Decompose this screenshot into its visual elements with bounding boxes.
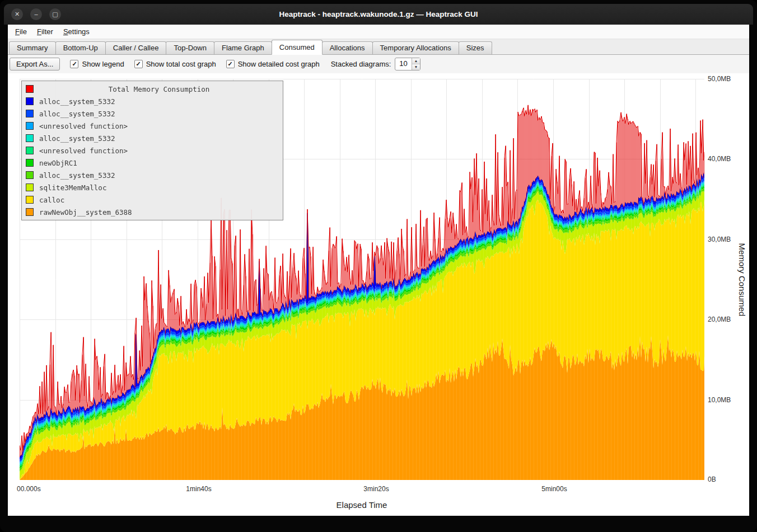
tab-flame-graph[interactable]: Flame Graph — [214, 41, 272, 54]
x-tick: 5min00s — [541, 485, 567, 493]
legend-title-row: Total Memory Consumption — [22, 83, 283, 95]
tab-bar: Summary Bottom-Up Caller / Callee Top-Do… — [8, 39, 749, 55]
window-controls: ✕ – ▢ — [11, 8, 61, 20]
legend-label: alloc__system_5332 — [39, 171, 115, 180]
legend-label: rawNewObj__system_6388 — [39, 208, 132, 216]
toolbar: Export As... ✓ Show legend ✓ Show total … — [8, 55, 749, 73]
y-axis-label: Memory Consumed — [737, 243, 747, 317]
spinner-down-icon[interactable]: ▼ — [412, 64, 420, 70]
spinner-arrows: ▲ ▼ — [412, 58, 420, 70]
legend-item: alloc__system_5332 — [22, 95, 283, 107]
stacked-diagrams-value[interactable]: 10 — [395, 58, 411, 70]
tab-consumed[interactable]: Consumed — [272, 40, 323, 55]
legend-swatch — [26, 122, 34, 130]
show-legend-label: Show legend — [82, 60, 124, 68]
show-total-cost-checkbox[interactable]: ✓ Show total cost graph — [134, 60, 216, 68]
legend-swatch — [26, 110, 34, 117]
window-title: Heaptrack - heaptrack.wakunode.1.gz — He… — [4, 10, 753, 18]
x-axis-label: Elapsed Time — [337, 500, 387, 510]
x-tick: 3min20s — [363, 485, 389, 493]
legend-label: alloc__system_5332 — [39, 110, 115, 118]
checkbox-check-icon[interactable]: ✓ — [134, 60, 143, 68]
legend-swatch — [26, 134, 34, 142]
legend-swatch — [26, 183, 34, 191]
chart-legend: Total Memory Consumption alloc__system_5… — [21, 81, 283, 220]
minimize-icon[interactable]: – — [30, 8, 42, 20]
legend-item: alloc__system_5332 — [22, 169, 283, 181]
legend-item: calloc — [22, 194, 283, 206]
export-as-button[interactable]: Export As... — [10, 58, 60, 70]
show-total-cost-label: Show total cost graph — [146, 60, 216, 68]
tab-allocations[interactable]: Allocations — [322, 41, 373, 54]
menu-bar: File Filter Settings — [8, 25, 749, 39]
stacked-diagrams-group: Stacked diagrams: 10 ▲ ▼ — [331, 58, 421, 70]
legend-swatch — [26, 208, 34, 216]
show-detailed-cost-label: Show detailed cost graph — [238, 60, 320, 68]
y-tick: 0B — [708, 475, 716, 483]
close-icon[interactable]: ✕ — [11, 8, 23, 20]
legend-item: newObjRC1 — [22, 157, 283, 169]
legend-item: alloc__system_5332 — [22, 132, 283, 144]
x-tick: 00.000s — [17, 485, 41, 493]
legend-label: calloc — [39, 196, 64, 204]
consumed-chart-panel: Total Memory Consumption alloc__system_5… — [8, 73, 749, 516]
spinner-up-icon[interactable]: ▲ — [412, 58, 420, 64]
legend-swatch — [26, 196, 34, 204]
maximize-icon[interactable]: ▢ — [49, 8, 61, 20]
show-detailed-cost-checkbox[interactable]: ✓ Show detailed cost graph — [226, 60, 320, 68]
tab-sizes[interactable]: Sizes — [459, 41, 492, 54]
legend-label: alloc__system_5332 — [39, 97, 115, 106]
legend-item: sqlite3MemMalloc — [22, 181, 283, 194]
legend-item: rawNewObj__system_6388 — [22, 206, 283, 218]
show-legend-checkbox[interactable]: ✓ Show legend — [70, 60, 124, 68]
legend-swatch — [26, 159, 34, 167]
tab-top-down[interactable]: Top-Down — [166, 41, 214, 54]
legend-label: sqlite3MemMalloc — [39, 183, 106, 192]
legend-item: <unresolved function> — [22, 144, 283, 157]
legend-swatch-total — [26, 85, 34, 93]
menu-filter[interactable]: Filter — [32, 26, 58, 37]
tab-caller-callee[interactable]: Caller / Callee — [105, 41, 167, 54]
heaptrack-window: ✕ – ▢ Heaptrack - heaptrack.wakunode.1.g… — [0, 0, 757, 532]
y-tick: 30,0MB — [708, 236, 731, 243]
legend-swatch — [26, 147, 34, 154]
menu-file[interactable]: File — [10, 26, 32, 37]
legend-label: alloc__system_5332 — [39, 134, 115, 143]
title-bar: ✕ – ▢ Heaptrack - heaptrack.wakunode.1.g… — [4, 4, 753, 25]
y-tick: 40,0MB — [708, 155, 731, 163]
legend-swatch — [26, 97, 34, 105]
legend-title: Total Memory Consumption — [39, 85, 279, 93]
legend-label: <unresolved function> — [39, 122, 128, 130]
x-tick: 1min40s — [186, 485, 211, 493]
y-tick: 50,0MB — [708, 75, 731, 83]
tab-bottom-up[interactable]: Bottom-Up — [55, 41, 106, 54]
stacked-diagrams-spinner[interactable]: 10 ▲ ▼ — [395, 58, 420, 70]
checkbox-check-icon[interactable]: ✓ — [70, 60, 78, 68]
legend-swatch — [26, 171, 34, 179]
y-tick: 10,0MB — [708, 396, 731, 404]
legend-item: alloc__system_5332 — [22, 107, 283, 120]
menu-settings[interactable]: Settings — [58, 26, 95, 37]
y-tick: 20,0MB — [708, 316, 731, 323]
tab-summary[interactable]: Summary — [9, 41, 56, 54]
tab-temporary-allocations[interactable]: Temporary Allocations — [372, 41, 459, 54]
legend-label: <unresolved function> — [39, 147, 128, 155]
legend-label: newObjRC1 — [39, 159, 77, 167]
checkbox-check-icon[interactable]: ✓ — [226, 60, 235, 68]
stacked-diagrams-label: Stacked diagrams: — [331, 60, 391, 68]
legend-item: <unresolved function> — [22, 120, 283, 132]
